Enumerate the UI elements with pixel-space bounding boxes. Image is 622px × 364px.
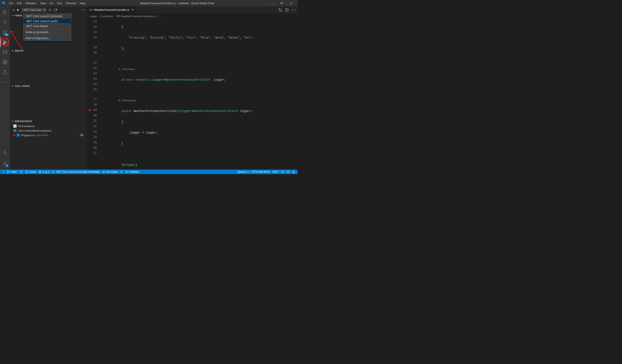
chevron-right-icon: › (157, 15, 159, 18)
problems-status[interactable]: 0 0 (37, 170, 51, 174)
run-debug-icon[interactable] (0, 37, 10, 47)
remote-indicator[interactable] (1, 170, 6, 174)
start-debug-button[interactable] (16, 8, 20, 12)
svg-point-29 (292, 10, 292, 10)
maximize-button[interactable] (277, 0, 286, 6)
menu-edit[interactable]: Edit (15, 0, 23, 6)
eol[interactable]: CRLF (271, 170, 280, 173)
project-folder[interactable]: multiweb (124, 170, 140, 174)
menu-help[interactable]: Help (78, 0, 87, 6)
svg-point-23 (81, 10, 82, 10)
bc-folder[interactable]: myapi (90, 15, 97, 18)
remote-explorer-icon[interactable] (0, 47, 10, 57)
source-control-icon[interactable]: 16 (0, 27, 10, 37)
search-icon[interactable] (0, 18, 10, 27)
folder-label: multiweb (129, 170, 139, 173)
extensions-icon[interactable] (0, 57, 10, 67)
bp-user-label: User-Unhandled Exceptions (18, 129, 51, 132)
accounts-icon[interactable] (0, 148, 10, 157)
debug-console-icon[interactable] (54, 8, 58, 12)
bc-file[interactable]: WeatherForecastController.cs (121, 15, 156, 18)
checkbox-checked-icon[interactable]: ✓ (13, 129, 17, 132)
editor-more-icon[interactable] (292, 10, 295, 10)
tests-label: 0 tests (29, 170, 36, 173)
bp-file-label: Program.cs (21, 134, 35, 137)
callstack-section[interactable]: CALL STACK (10, 84, 87, 88)
svg-rect-11 (3, 60, 5, 62)
bc-symbol[interactable]: ... (160, 15, 162, 18)
more-icon[interactable] (0, 77, 10, 87)
checkbox-unchecked-icon[interactable] (13, 124, 17, 128)
dropdown-item-attach[interactable]: .NET Core Attach (23, 24, 71, 29)
chevron-right-icon: › (98, 15, 99, 18)
code-content[interactable]: { "Freezing", "Bracing", "Chilly", "Cool… (100, 19, 297, 170)
chevron-down-icon (11, 120, 14, 122)
bp-program-cs[interactable]: ✓ Program.cs myconsole 9 (10, 133, 87, 137)
title-bar: File Edit Selection View Go Run Terminal… (0, 0, 297, 6)
breakpoints-label: BREAKPOINTS (15, 120, 32, 122)
feedback-icon[interactable] (286, 170, 291, 173)
chevron-down-icon (11, 14, 14, 17)
bc-folder[interactable]: Controllers (100, 15, 113, 18)
bp-all-exceptions[interactable]: All Exceptions (10, 124, 87, 128)
breakpoint-dot-icon[interactable] (89, 109, 91, 111)
encoding[interactable]: UTF-8 with BOM (250, 170, 271, 173)
svg-point-31 (295, 10, 295, 10)
testing-icon[interactable] (0, 67, 10, 77)
codelens[interactable]: 0 references (118, 99, 136, 102)
vscode-logo-icon (2, 1, 5, 5)
svg-point-4 (3, 30, 4, 32)
open-launch-json-icon[interactable] (48, 8, 52, 12)
launch-label: .NET Core Launch (console) (multiweb) (56, 170, 99, 173)
dropdown-item-web[interactable]: .NET Core Launch (web) (23, 19, 71, 24)
settings-gear-icon[interactable]: 1 (0, 158, 10, 168)
watch-section[interactable]: WATCH (10, 49, 87, 53)
minimize-button[interactable] (267, 0, 277, 6)
activity-bar: 16 1 (0, 6, 10, 170)
editor-tabs: C# WeatherForecastController.cs ✕ (87, 6, 297, 14)
dropdown-separator (25, 35, 69, 35)
svg-point-3 (3, 21, 6, 23)
csharp-file-icon: C# (117, 15, 120, 18)
menu-selection[interactable]: Selection (23, 0, 38, 6)
notifications-icon[interactable] (291, 170, 296, 173)
codelens[interactable]: 1 reference (118, 68, 135, 71)
indentation[interactable]: Spaces: 4 (236, 170, 250, 173)
svg-point-20 (50, 9, 51, 10)
code-editor[interactable]: 15 16 17 18 19 20 21 22 23 24 25 26 27 2… (87, 19, 297, 170)
dropdown-item-console[interactable]: .NET Core Launch (console) (23, 14, 71, 19)
sync-button[interactable] (19, 170, 24, 174)
dropdown-item-node[interactable]: Node.js (preview)... (23, 30, 71, 35)
debug-target[interactable]: .NET Core Launch (console) (multiweb) (51, 170, 101, 174)
breadcrumb[interactable]: myapi › Controllers › C# WeatherForecast… (87, 14, 297, 19)
split-editor-icon[interactable] (285, 8, 289, 12)
menu-terminal[interactable]: Terminal (64, 0, 78, 6)
svg-point-33 (7, 172, 8, 173)
close-button[interactable] (286, 0, 296, 6)
launch-config-select[interactable]: .NET Core Lau (21, 8, 46, 12)
live-share[interactable]: Live Share (101, 170, 119, 174)
svg-point-26 (279, 8, 280, 10)
sidebar-more-icon[interactable] (81, 8, 85, 12)
language-mode[interactable]: C# (280, 170, 286, 173)
close-tab-button[interactable]: ✕ (131, 8, 134, 11)
bp-user-unhandled[interactable]: ✓ User-Unhandled Exceptions (10, 128, 87, 133)
compare-changes-icon[interactable] (278, 8, 282, 12)
dropdown-item-add-config[interactable]: Add Configuration... (23, 36, 71, 41)
editor-tab-active[interactable]: C# WeatherForecastController.cs ✕ (87, 6, 136, 14)
breakpoints-section[interactable]: BREAKPOINTS (10, 119, 87, 123)
menu-go[interactable]: Go (48, 0, 55, 6)
menu-view[interactable]: View (38, 0, 48, 6)
explorer-icon[interactable] (0, 7, 10, 18)
launch-config-dropdown[interactable]: .NET Core Launch (console) .NET Core Lau… (23, 14, 71, 41)
svg-point-24 (83, 10, 84, 10)
breakpoint-dot-icon (13, 134, 15, 136)
menu-run[interactable]: Run (55, 0, 64, 6)
omnisharp-flame[interactable] (119, 170, 124, 174)
git-branch[interactable]: main* (6, 170, 19, 174)
menu-file[interactable]: File (7, 0, 15, 6)
svg-rect-14 (5, 60, 7, 62)
line-gutter: 15 16 17 18 19 20 21 22 23 24 25 26 27 2… (87, 19, 100, 170)
checkbox-checked-icon[interactable]: ✓ (17, 134, 20, 137)
tests-status[interactable]: 0 tests (24, 170, 37, 174)
